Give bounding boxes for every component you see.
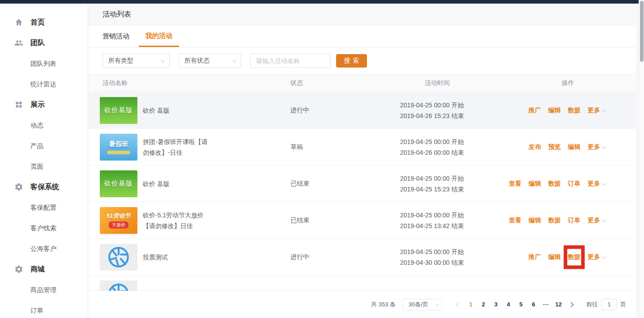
sidebar-item-team[interactable]: 团队 [0, 33, 88, 53]
search-button[interactable]: 搜索 [336, 54, 367, 68]
order-link[interactable]: 订单 [568, 216, 580, 225]
status-select[interactable]: 所有状态 [179, 54, 241, 68]
status-text: 已结束 [290, 180, 400, 188]
more-link[interactable]: 更多 [588, 216, 606, 225]
sidebar-item-label: 首页 [30, 18, 45, 27]
activity-name: 拼团-暑假班开课啦【请勿修改】-日佳 [143, 136, 210, 158]
vertical-scrollbar[interactable] [639, 0, 644, 318]
sidebar-item-label: 商城 [30, 265, 45, 274]
header-activity-name: 活动名称 [88, 79, 290, 87]
scrollbar-thumb[interactable] [640, 1, 644, 62]
gear-icon [14, 265, 23, 274]
edit-link[interactable]: 编辑 [529, 216, 541, 225]
edit-link[interactable]: 编辑 [568, 143, 580, 151]
data-link[interactable]: 数据 [568, 106, 580, 114]
order-link[interactable]: 订单 [568, 180, 580, 188]
header-activity-time: 活动时间 [400, 79, 506, 87]
publish-link[interactable]: 发布 [529, 143, 541, 151]
activity-thumbnail: 51劳动节 大放价 [100, 207, 137, 234]
sidebar-item-customer-config[interactable]: 客保配置 [0, 197, 88, 218]
sidebar-item-public-customers[interactable]: 公海客户 [0, 238, 88, 259]
sidebar: 首页 团队 团队列表 统计雷达 展示 动态 产品 页面 客保系统 客保 [0, 4, 88, 318]
page-number[interactable]: 1 [465, 298, 477, 311]
content-card: 营销活动 我的活动 所有类型 所有状态 搜索 活动名称 状态 [88, 26, 636, 318]
table-row[interactable]: 砍价基版 砍价 基版 进行中 2019-04-25 00:00 开始 2019-… [88, 92, 636, 129]
sidebar-item-pages[interactable]: 页面 [0, 156, 88, 177]
page-number[interactable]: 12 [552, 298, 565, 311]
total-count: 共 353 条 [371, 301, 396, 309]
top-dark-bar [0, 0, 639, 4]
users-icon [14, 38, 23, 47]
chevron-down-icon [602, 144, 606, 149]
more-link[interactable]: 更多 [588, 253, 606, 261]
next-page-button[interactable] [565, 298, 577, 311]
page-number[interactable]: 2 [477, 298, 490, 311]
status-text: 进行中 [290, 106, 400, 114]
sidebar-item-goods-management[interactable]: 商品管理 [0, 280, 88, 300]
page-number[interactable]: 3 [490, 298, 502, 311]
chevron-down-icon [602, 181, 606, 186]
page-size-select[interactable]: 30条/页 [403, 299, 442, 310]
goto-page: 前往 页 [586, 299, 626, 310]
activity-thumbnail: 砍价基版 [100, 97, 137, 124]
sidebar-item-customer-leads[interactable]: 客户线索 [0, 218, 88, 238]
sidebar-item-home[interactable]: 首页 [0, 12, 88, 33]
tab-my-activities[interactable]: 我的活动 [139, 26, 179, 47]
home-icon [14, 18, 23, 27]
promote-link[interactable]: 推广 [529, 106, 541, 114]
type-select[interactable]: 所有类型 [102, 54, 170, 68]
gear-icon [14, 182, 23, 191]
app-root: 首页 团队 团队列表 统计雷达 展示 动态 产品 页面 客保系统 客保 [0, 0, 644, 318]
sidebar-item-products[interactable]: 产品 [0, 136, 88, 156]
sidebar-item-label: 团队 [30, 38, 45, 48]
banner-decoration [107, 151, 130, 154]
sidebar-item-stats-radar[interactable]: 统计雷达 [0, 74, 88, 94]
sidebar-item-customer-system[interactable]: 客保系统 [0, 177, 88, 197]
sidebar-item-orders[interactable]: 订单 [0, 300, 88, 318]
status-text: 草稿 [290, 143, 400, 151]
sidebar-item-dynamics[interactable]: 动态 [0, 115, 88, 136]
sidebar-item-team-list[interactable]: 团队列表 [0, 53, 88, 74]
tab-marketing-activities[interactable]: 营销活动 [102, 26, 129, 47]
activity-time: 2019-04-25 00:00 开始 2019-04-26 15:23 结束 [400, 100, 506, 121]
page-number[interactable]: 4 [502, 298, 515, 311]
more-link[interactable]: 更多 [588, 106, 606, 114]
activity-thumbnail [100, 244, 137, 271]
page-number[interactable]: 6 [527, 298, 540, 311]
activity-name: 投票测试 [143, 252, 168, 263]
view-link[interactable]: 查看 [509, 180, 521, 188]
chevron-down-icon [602, 254, 606, 259]
sidebar-item-label: 客保系统 [30, 182, 59, 192]
more-link[interactable]: 更多 [588, 143, 606, 151]
data-link[interactable]: 数据 [548, 216, 561, 225]
header-actions: 操作 [506, 79, 636, 87]
edit-link[interactable]: 编辑 [529, 180, 541, 188]
chevron-down-icon [161, 58, 165, 63]
activity-thumbnail: 砍价基版 [100, 170, 137, 197]
preview-link[interactable]: 预览 [548, 143, 561, 151]
table-row[interactable]: 暑假班 拼团-暑假班开课啦【请勿修改】-日佳 草稿 2019-04-25 00:… [88, 129, 636, 165]
activity-time: 2019-04-25 00:00 开始 2019-04-25 15:23 结束 [400, 173, 506, 195]
sidebar-item-display[interactable]: 展示 [0, 94, 88, 115]
status-text: 已结束 [290, 216, 400, 225]
data-link[interactable]: 数据 [548, 180, 561, 188]
goto-page-input[interactable] [601, 299, 617, 310]
activity-name: 砍价-5.1劳动节大放价【请勿修改】日佳 [143, 210, 210, 231]
table-header: 活动名称 状态 活动时间 操作 [88, 74, 636, 92]
edit-link[interactable]: 编辑 [548, 106, 561, 114]
table-row[interactable]: 投票测试 进行中 2019-04-25 00:00 开始 2019-04-30 … [88, 239, 636, 276]
view-link[interactable]: 查看 [509, 216, 521, 225]
table-row[interactable]: 砍价基版 砍价 基版 已结束 2019-04-25 00:00 开始 2019-… [88, 165, 636, 202]
search-input[interactable] [250, 54, 331, 68]
edit-link[interactable]: 编辑 [548, 253, 561, 261]
data-link[interactable]: 数据 [568, 253, 580, 260]
more-link[interactable]: 更多 [588, 180, 606, 188]
promote-link[interactable]: 推广 [529, 253, 541, 261]
activity-time: 2019-04-25 00:00 开始 2019-04-25 13:42 结束 [400, 210, 506, 231]
prev-page-button[interactable] [452, 298, 465, 311]
table-row[interactable]: 51劳动节 大放价 砍价-5.1劳动节大放价【请勿修改】日佳 已结束 2019-… [88, 202, 636, 239]
page-ellipsis[interactable]: ··· [540, 298, 552, 311]
sidebar-item-mall[interactable]: 商城 [0, 259, 88, 280]
page-number[interactable]: 5 [515, 298, 527, 311]
chevron-down-icon [602, 108, 606, 112]
